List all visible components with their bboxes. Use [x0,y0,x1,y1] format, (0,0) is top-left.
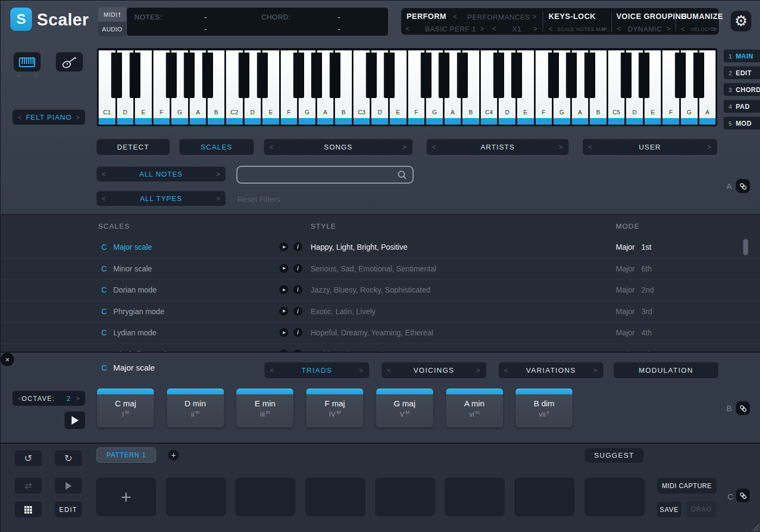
perform-preset[interactable]: BASIC PERF 1 [425,25,476,33]
play-pattern-button[interactable] [55,477,82,494]
play-scale-icon[interactable]: ▶ [279,284,289,295]
chord-card-a-min[interactable]: A minvim [446,388,503,427]
drag-button[interactable]: DRAG [686,501,717,517]
chevron-right-icon[interactable]: > [707,144,712,151]
scale-row-major-scale[interactable]: CMajor scale▶iHappy, Light, Bright, Posi… [1,237,760,258]
pattern-1-tab[interactable]: PATTERN 1 [96,447,156,463]
tab-modulation[interactable]: MODULATION [614,362,718,378]
black-key-g-sharp[interactable] [693,53,704,98]
chevron-right-icon[interactable]: > [216,171,220,178]
scale-row-mixolydian-mode[interactable]: CMixolydian mode▶iPositive, Bluesy, Rock… [1,344,760,352]
tab-audio[interactable]: AUDIO [98,22,126,36]
chevron-right-icon[interactable]: > [216,195,220,203]
chevron-right-icon[interactable]: > [76,114,80,121]
chevron-right-icon[interactable]: > [533,25,537,33]
octave-selector[interactable]: < OCTAVE: 2 > [12,391,85,406]
chevron-right-icon[interactable]: > [34,72,37,80]
black-key-g-sharp[interactable] [311,53,322,98]
performances-menu[interactable]: PERFORMANCES [467,13,530,21]
scale-row-minor-scale[interactable]: CMinor scale▶iSerious, Sad, Emotional, S… [1,258,760,280]
chevron-left-icon[interactable]: < [492,25,496,33]
tab-voicings[interactable]: < VOICINGS > [382,362,486,378]
chevron-left-icon[interactable]: < [681,25,685,33]
black-key-a-sharp[interactable] [584,53,595,98]
pattern-slot-7[interactable] [514,477,575,516]
midi-capture-button[interactable]: MIDI CAPTURE [657,477,717,494]
resize-grip[interactable] [750,522,759,531]
info-icon[interactable]: i [293,284,303,295]
tab-detect[interactable]: DETECT [96,139,170,155]
black-key-a-sharp[interactable] [202,53,213,98]
chevron-right-icon[interactable]: > [359,367,364,374]
play-scale-icon[interactable]: ▶ [279,327,289,338]
save-button[interactable]: SAVE [657,501,681,517]
black-key-c-sharp[interactable] [111,53,122,98]
play-scale-icon[interactable]: ▶ [279,306,289,316]
voice-grouping-value[interactable]: DYNAMIC [628,25,662,33]
play-chords-button[interactable] [65,411,85,429]
info-icon[interactable]: i [293,306,303,316]
chevron-left-icon[interactable]: < [588,144,592,151]
black-key-f-sharp[interactable] [293,53,304,98]
black-key-a-sharp[interactable] [330,53,340,98]
chevron-left-icon[interactable]: < [18,114,22,121]
black-key-a-sharp[interactable] [457,53,468,98]
redo-button[interactable]: ↻ [55,450,82,466]
black-key-c-sharp[interactable] [239,53,249,98]
play-scale-icon[interactable]: ▶ [279,263,289,274]
filter-all-types[interactable]: < ALL TYPES > [96,191,226,206]
scale-row-dorian-mode[interactable]: CDorian mode▶iJazzy, Bluesy, Rocky, Soph… [1,280,760,301]
black-key-c-sharp[interactable] [366,53,377,98]
chevron-left-icon[interactable]: < [270,367,275,374]
black-key-g-sharp[interactable] [439,53,449,98]
pattern-slot-1[interactable]: + [96,477,156,516]
scale-row-lydian-mode[interactable]: CLydian mode▶iHopeful, Dreamy, Yearning,… [1,322,760,344]
black-key-c-sharp[interactable] [621,53,632,98]
black-key-c-sharp[interactable] [493,53,504,98]
black-key-f-sharp[interactable] [166,53,177,98]
undo-button[interactable]: ↺ [15,450,42,466]
chord-card-e-min[interactable]: E miniiim [236,388,293,427]
pattern-slot-8[interactable] [584,477,645,516]
chevron-left-icon[interactable]: < [102,195,106,203]
info-icon[interactable]: i [293,327,303,338]
black-key-d-sharp[interactable] [257,53,268,98]
chord-card-c-maj[interactable]: C majIM [97,388,154,427]
black-key-f-sharp[interactable] [421,53,431,98]
play-scale-icon[interactable]: ▶ [279,242,289,252]
suggest-button[interactable]: SUGGEST [585,447,643,463]
tab-triads[interactable]: < TRIADS > [265,362,369,378]
chevron-left-icon[interactable]: < [405,25,409,33]
black-key-d-sharp[interactable] [639,53,649,98]
group-c-link-button[interactable] [736,488,750,503]
nav-tab-main[interactable]: 1MAIN [724,49,760,62]
pad-grid-button[interactable] [15,501,42,517]
chord-card-g-maj[interactable]: G majVM [376,388,433,427]
edit-pattern-button[interactable]: EDIT [55,501,82,517]
tab-songs[interactable]: < SONGS > [264,139,413,155]
table-scrollbar-thumb[interactable] [743,239,748,255]
chevron-left-icon[interactable]: < [617,25,621,33]
group-a-link-button[interactable] [736,179,750,193]
nav-tab-pad[interactable]: 4PAD [724,100,760,113]
chevron-right-icon[interactable]: > [532,13,536,21]
info-icon[interactable]: i [293,242,303,252]
black-key-f-sharp[interactable] [548,53,559,98]
reset-filters-link[interactable]: Reset Filters [237,195,280,204]
chevron-left-icon[interactable]: < [549,25,552,33]
pattern-slot-6[interactable] [445,477,505,516]
black-key-d-sharp[interactable] [130,53,140,98]
chevron-right-icon[interactable]: > [476,367,481,374]
black-key-f-sharp[interactable] [675,53,686,98]
chevron-left-icon[interactable]: < [17,72,21,80]
chord-card-b-dim[interactable]: B dimviio [516,388,572,427]
chevron-right-icon[interactable]: > [76,395,80,403]
chevron-right-icon[interactable]: > [667,25,671,33]
instrument-selector[interactable]: < FELT PIANO > [12,109,85,125]
keyboard-view-button[interactable] [14,52,41,72]
chevron-right-icon[interactable]: > [712,25,716,33]
chord-card-f-maj[interactable]: F majIVM [306,388,363,427]
chord-card-d-min[interactable]: D miniim [167,388,224,427]
chevron-right-icon[interactable]: > [480,25,484,33]
black-key-d-sharp[interactable] [384,53,395,98]
